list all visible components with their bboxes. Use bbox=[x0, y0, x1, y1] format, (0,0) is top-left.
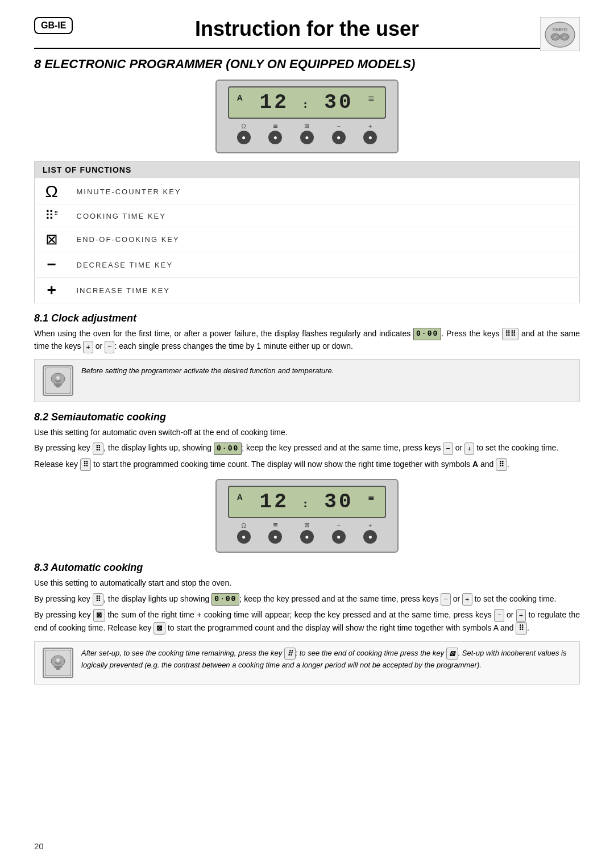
key-end-83: ⊠ bbox=[93, 609, 105, 621]
key-plus-83b: + bbox=[516, 609, 526, 621]
svg-rect-14 bbox=[56, 668, 60, 670]
key-cook-sym: ⠿⠿ bbox=[502, 328, 518, 340]
page: GB-IE Instruction for the user SMEG ✓ ✓ … bbox=[0, 0, 614, 714]
icon-minute-counter: Ω bbox=[35, 178, 69, 205]
svg-point-0 bbox=[545, 22, 575, 47]
key-minus-83b: − bbox=[494, 609, 504, 621]
table-row: ⠿⠿ COOKING TIME KEY bbox=[35, 205, 580, 227]
btn-plus-2: ● bbox=[363, 530, 377, 544]
icon-end-cooking: ⊠ bbox=[35, 227, 69, 252]
subsection81-body: When using the oven for the first time, … bbox=[34, 328, 580, 353]
label-increase: INCREASE TIME KEY bbox=[69, 278, 580, 303]
key-minus-82: − bbox=[443, 443, 453, 455]
brand-logo: SMEG ✓ ✓ bbox=[540, 17, 580, 51]
icon-decrease: − bbox=[35, 252, 69, 278]
btn-cook-2: ● bbox=[268, 530, 282, 544]
btn-minus-2: ● bbox=[332, 530, 346, 544]
display-000-83: 0·00 bbox=[211, 593, 239, 606]
svg-text:SMEG: SMEG bbox=[553, 27, 568, 32]
svg-text:✓: ✓ bbox=[554, 35, 558, 40]
btn-cook: ● bbox=[268, 131, 282, 144]
table-row: + INCREASE TIME KEY bbox=[35, 278, 580, 303]
note-box-81: Before setting the programmer activate t… bbox=[34, 359, 580, 402]
programmer-display-1: A 12 : 30 ≣ Ω ● ≣ ● ⊠ ● bbox=[215, 80, 399, 153]
subsection82-title: 8.2 Semiautomatic cooking bbox=[34, 411, 580, 423]
btn-bell-2: ● bbox=[237, 530, 251, 544]
label-minute-counter: MINUTE-COUNTER KEY bbox=[69, 178, 580, 205]
page-footer: 20 bbox=[34, 841, 44, 851]
display-image-1: A 12 : 30 ≣ Ω ● ≣ ● ⊠ ● bbox=[34, 80, 580, 153]
key-cook-sym3: ⠿ bbox=[516, 622, 527, 635]
subsection83-body1: Use this setting to automatically start … bbox=[34, 577, 580, 590]
note-icon-81 bbox=[43, 365, 73, 396]
note-icon-83 bbox=[43, 648, 73, 678]
btn-plus: ● bbox=[363, 131, 377, 144]
screen-display-1: A 12 : 30 ≣ bbox=[228, 86, 386, 119]
subsection82-body1: Use this setting for automatic oven swit… bbox=[34, 427, 580, 439]
country-badge: GB-IE bbox=[34, 17, 73, 34]
key-cook-sym2: ⠿ bbox=[496, 458, 507, 471]
key-end-rel: ⊠ bbox=[154, 622, 165, 635]
label-end-cooking: END-OF-COOKING KEY bbox=[69, 227, 580, 252]
page-header: GB-IE Instruction for the user SMEG ✓ ✓ bbox=[34, 17, 580, 49]
display-000-82: 0·00 bbox=[214, 443, 242, 455]
svg-rect-13 bbox=[54, 666, 62, 668]
subsection83-title: 8.3 Automatic cooking bbox=[34, 562, 580, 574]
note-text-83: After set-up, to see the cooking time re… bbox=[81, 648, 571, 671]
subsection83-body3: By pressing key ⊠ the sum of the right t… bbox=[34, 609, 580, 635]
svg-rect-9 bbox=[56, 386, 60, 387]
screen-display-2: A 12 : 30 ≣ bbox=[228, 486, 386, 518]
key-cook-rel: ⠿ bbox=[80, 458, 92, 471]
key-plus-82: + bbox=[464, 443, 474, 455]
key-minus-sym: − bbox=[105, 341, 114, 353]
svg-point-15 bbox=[56, 658, 60, 662]
icon-cooking-time: ⠿⠿ bbox=[35, 205, 69, 227]
display-buttons-1: Ω ● ≣ ● ⊠ ● − ● + ● bbox=[228, 122, 386, 144]
key-cook-82: ⠿ bbox=[93, 443, 104, 455]
key-plus-83: + bbox=[462, 593, 472, 606]
subsection81-title: 8.1 Clock adjustment bbox=[34, 312, 580, 324]
functions-header: LIST OF FUNCTIONS bbox=[35, 162, 580, 178]
svg-text:✓: ✓ bbox=[563, 35, 567, 40]
subsection82-body3: Release key ⠿ to start the programmed co… bbox=[34, 458, 580, 471]
svg-point-10 bbox=[56, 376, 60, 379]
subsection82-body2: By pressing key ⠿, the display lights up… bbox=[34, 442, 580, 454]
key-minus-83: − bbox=[441, 593, 450, 606]
key-cook-83: ⠿ bbox=[93, 593, 104, 606]
svg-rect-8 bbox=[54, 383, 62, 386]
subsection83-body2: By pressing key ⠿, the display lights up… bbox=[34, 593, 580, 606]
label-cooking-time: COOKING TIME KEY bbox=[69, 205, 580, 227]
btn-end-2: ● bbox=[300, 530, 314, 544]
label-decrease: DECREASE TIME KEY bbox=[69, 252, 580, 278]
functions-table: LIST OF FUNCTIONS Ω MINUTE-COUNTER KEY ⠿… bbox=[34, 161, 580, 303]
display-image-2: A 12 : 30 ≣ Ω ● ≣ ● ⊠ ● bbox=[34, 479, 580, 553]
key-plus-sym: + bbox=[83, 341, 93, 353]
table-row: − DECREASE TIME KEY bbox=[35, 252, 580, 278]
page-title: Instruction for the user bbox=[195, 17, 419, 41]
btn-bell: ● bbox=[237, 131, 251, 144]
key-cook-note: ⠿ bbox=[284, 648, 296, 660]
programmer-display-2: A 12 : 30 ≣ Ω ● ≣ ● ⊠ ● bbox=[215, 479, 399, 553]
btn-minus: ● bbox=[332, 131, 346, 144]
btn-end: ● bbox=[300, 131, 314, 144]
display-buttons-2: Ω ● ≣ ● ⊠ ● − ● + ● bbox=[228, 521, 386, 544]
key-end-note: ⊠ bbox=[446, 648, 458, 660]
icon-increase: + bbox=[35, 278, 69, 303]
section8-title: 8 ELECTRONIC PROGRAMMER (ONLY ON EQUIPPE… bbox=[34, 57, 580, 72]
page-number: 20 bbox=[34, 841, 44, 851]
display-000: 0·00 bbox=[413, 328, 441, 340]
note-box-83: After set-up, to see the cooking time re… bbox=[34, 641, 580, 685]
table-row: Ω MINUTE-COUNTER KEY bbox=[35, 178, 580, 205]
table-row: ⊠ END-OF-COOKING KEY bbox=[35, 227, 580, 252]
note-text-81: Before setting the programmer activate t… bbox=[81, 365, 334, 377]
